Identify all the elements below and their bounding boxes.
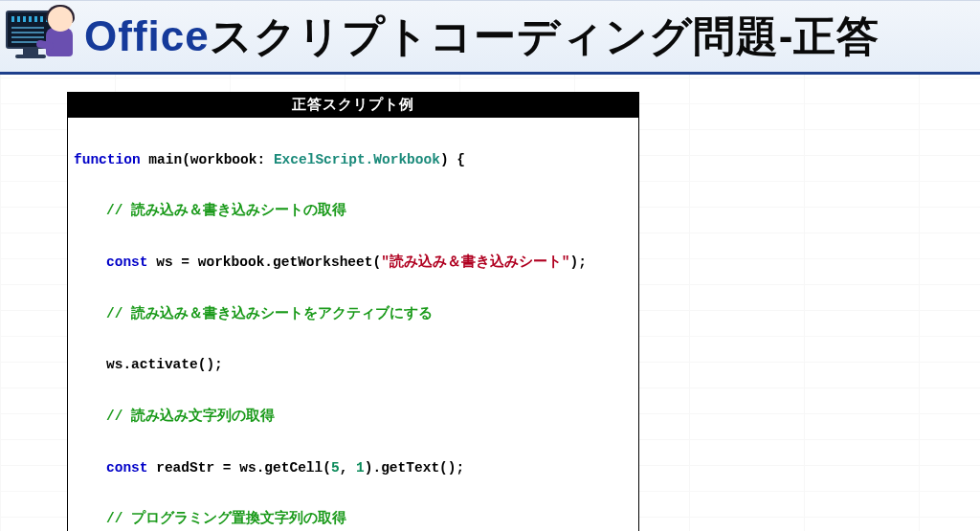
param-type: ExcelScript.Workbook — [274, 152, 440, 167]
comment: // 読み込み＆書き込みシートの取得 — [106, 203, 346, 218]
string-literal: "読み込み＆書き込みシート" — [381, 254, 569, 270]
code-text: ).getText(); — [365, 460, 464, 476]
code-text: ws.activate(); — [106, 357, 223, 372]
coder-avatar-icon — [6, 5, 75, 68]
number-literal: 1 — [356, 460, 365, 476]
code-block: 正答スクリプト例 function main(workbook: ExcelSc… — [67, 92, 639, 531]
comment: // 読み込み＆書き込みシートをアクティブにする — [106, 306, 433, 321]
kw-const: const — [106, 460, 148, 476]
comment: // プログラミング置換文字列の取得 — [106, 511, 346, 526]
number-literal: 5 — [331, 460, 340, 476]
title-rest: スクリプトコーディング問題-正答 — [210, 12, 880, 59]
title-office: Office — [84, 12, 210, 59]
fn-name: main — [148, 152, 182, 167]
page-title: Officeスクリプトコーディング問題-正答 — [84, 9, 880, 65]
kw-const: const — [106, 254, 148, 270]
code-block-body: function main(workbook: ExcelScript.Work… — [68, 118, 638, 531]
title-banner: Officeスクリプトコーディング問題-正答 — [0, 0, 980, 75]
code-text: readStr = ws.getCell( — [156, 460, 331, 476]
code-text: ws = workbook.getWorksheet( — [156, 254, 381, 270]
code-block-title: 正答スクリプト例 — [68, 93, 638, 118]
param-name: workbook — [190, 152, 257, 167]
kw-function: function — [74, 152, 141, 167]
comment: // 読み込み文字列の取得 — [106, 409, 275, 424]
